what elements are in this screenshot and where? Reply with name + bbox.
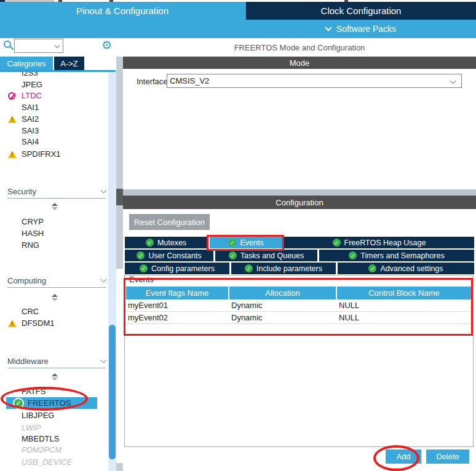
panel-scrollbar-track[interactable] bbox=[116, 57, 123, 269]
panel-scrollbar-thumb[interactable] bbox=[116, 189, 123, 205]
sidebar-item-i2s3[interactable]: I2S3 bbox=[0, 72, 108, 79]
sort-toggle-icon[interactable] bbox=[52, 294, 58, 301]
chevron-down-icon bbox=[55, 43, 60, 48]
peripheral-sidebar: ⚙ Categories A->Z I2S3 JPEG LTDC SAI1 SA… bbox=[0, 38, 116, 471]
sidebar-item-fatfs[interactable]: FATFS bbox=[0, 386, 108, 397]
tab-config-parameters[interactable]: ✓ Config parameters bbox=[125, 263, 229, 274]
sidebar-item-libjpeg[interactable]: LIBJPEG bbox=[0, 410, 108, 421]
column-header[interactable]: Allocation bbox=[229, 287, 337, 299]
sidebar-search-row: ⚙ bbox=[0, 38, 116, 57]
mode-horizontal-scrollbar[interactable] bbox=[123, 189, 476, 196]
sidebar-item-usb-device[interactable]: USB_DEVICE bbox=[0, 456, 108, 468]
sidebar-item-sai4[interactable]: SAI4 bbox=[0, 136, 108, 148]
stm32cubemx-window: Pinout & Configuration Clock Configurati… bbox=[0, 0, 476, 471]
sidebar-item-spdifrx1[interactable]: SPDIFRX1 bbox=[0, 148, 108, 160]
tab-events[interactable]: ✓ Events bbox=[210, 237, 282, 248]
column-header[interactable]: Event flags Name bbox=[126, 287, 229, 299]
tab-mutexes[interactable]: ✓ Mutexes bbox=[125, 237, 207, 248]
tab-tasks-and-queues[interactable]: ✓ Tasks and Queues bbox=[215, 250, 317, 261]
delete-button[interactable]: Delete bbox=[426, 449, 469, 464]
sidebar-item-pdm2pcm[interactable]: PDM2PCM bbox=[0, 444, 108, 456]
sidebar-item-crc[interactable]: CRC bbox=[0, 306, 108, 317]
column-header[interactable]: Control Block Name bbox=[337, 287, 471, 299]
section-computing[interactable]: Computing bbox=[7, 275, 106, 288]
chevron-down-icon bbox=[101, 188, 107, 194]
chevron-down-icon bbox=[325, 24, 331, 31]
check-icon: ✓ bbox=[228, 239, 236, 247]
chevron-down-icon bbox=[450, 78, 456, 84]
check-icon: ✓ bbox=[229, 251, 237, 259]
tab-a-to-z[interactable]: A->Z bbox=[54, 57, 84, 71]
tab-freertos-heap-usage[interactable]: ✓ FreeRTOS Heap Usage bbox=[284, 237, 474, 248]
sidebar-item-dfsdm1[interactable]: DFSDM1 bbox=[0, 317, 108, 329]
sidebar-item-ltdc[interactable]: LTDC bbox=[0, 90, 108, 101]
sidebar-item-usb-host[interactable]: USB_HOST bbox=[0, 468, 108, 471]
chevron-down-icon bbox=[101, 277, 107, 283]
check-icon: ✓ bbox=[146, 239, 154, 247]
table-row[interactable]: myEvent01 Dynamic NULL bbox=[126, 299, 471, 312]
sidebar-tabs: Categories A->Z bbox=[0, 57, 116, 71]
sidebar-item-sai2[interactable]: SAI2 bbox=[0, 113, 108, 125]
window-chrome-remnant bbox=[0, 0, 476, 2]
mode-section-header: Mode bbox=[123, 57, 476, 69]
check-icon: ✓ bbox=[368, 264, 376, 272]
sidebar-item-sai3[interactable]: SAI3 bbox=[0, 125, 108, 137]
interface-select[interactable]: CMSIS_V2 bbox=[167, 74, 462, 88]
sidebar-item-lwip[interactable]: LWIP bbox=[0, 422, 108, 433]
events-table-header: Event flags Name Allocation Control Bloc… bbox=[126, 287, 471, 299]
events-table: Event flags Name Allocation Control Bloc… bbox=[126, 287, 471, 324]
search-input[interactable] bbox=[14, 39, 63, 53]
search-icon bbox=[4, 41, 11, 48]
configuration-section-header: Configuration bbox=[123, 196, 476, 209]
sidebar-item-freertos[interactable]: ✓ FREERTOS bbox=[6, 397, 97, 409]
sort-toggle-icon[interactable] bbox=[52, 373, 58, 381]
tab-pinout-configuration[interactable]: Pinout & Configuration bbox=[0, 2, 245, 20]
tab-advanced-settings[interactable]: ✓ Advanced settings bbox=[338, 263, 474, 274]
sidebar-item-hash[interactable]: HASH bbox=[0, 228, 108, 239]
table-row[interactable]: myEvent02 Dynamic NULL bbox=[126, 312, 471, 324]
sort-toggle-icon[interactable] bbox=[52, 203, 58, 210]
interface-label: Interface bbox=[137, 74, 166, 88]
tab-user-constants[interactable]: ✓ User Constants bbox=[125, 250, 213, 261]
tab-categories[interactable]: Categories bbox=[0, 57, 53, 71]
sidebar-scrollbar-thumb[interactable] bbox=[109, 325, 116, 459]
software-packs-dropdown[interactable]: Software Packs bbox=[246, 20, 476, 37]
tab-clock-configuration[interactable]: Clock Configuration bbox=[246, 1, 476, 20]
check-icon: ✓ bbox=[245, 264, 253, 272]
gear-icon[interactable]: ⚙ bbox=[101, 38, 112, 53]
section-security[interactable]: Security bbox=[7, 186, 106, 199]
tab-timers-and-semaphores[interactable]: ✓ Timers and Semaphores bbox=[319, 250, 474, 261]
reset-configuration-button[interactable]: Reset Configuration bbox=[129, 214, 210, 230]
warning-icon bbox=[8, 116, 17, 123]
add-button[interactable]: Add bbox=[386, 449, 421, 464]
sidebar-item-mbedtls[interactable]: MBEDTLS bbox=[0, 433, 108, 445]
peripheral-list: I2S3 JPEG LTDC SAI1 SAI2 SAI3 SAI4 SPDIF… bbox=[0, 72, 116, 471]
check-icon: ✓ bbox=[137, 251, 145, 259]
sidebar-item-sai1[interactable]: SAI1 bbox=[0, 101, 108, 113]
page-title: FREERTOS Mode and Configuration bbox=[123, 38, 476, 57]
chevron-down-icon bbox=[101, 357, 107, 363]
panel-scrollbar-track-bottom bbox=[116, 463, 123, 471]
check-icon: ✓ bbox=[14, 399, 23, 408]
sidebar-item-cryp[interactable]: CRYP bbox=[0, 216, 108, 228]
warning-icon bbox=[8, 320, 17, 327]
sidebar-item-rng[interactable]: RNG bbox=[0, 239, 108, 251]
check-icon: ✓ bbox=[333, 239, 341, 247]
sidebar-item-jpeg[interactable]: JPEG bbox=[0, 79, 108, 90]
tab-include-parameters[interactable]: ✓ Include parameters bbox=[231, 263, 336, 274]
warning-icon bbox=[8, 151, 17, 158]
top-navigation-bar: Pinout & Configuration Clock Configurati… bbox=[0, 0, 476, 38]
events-group-label: Events bbox=[129, 275, 154, 284]
forbidden-icon bbox=[8, 92, 15, 100]
section-middleware[interactable]: Middleware bbox=[7, 356, 106, 368]
check-icon: ✓ bbox=[140, 264, 148, 272]
check-icon: ✓ bbox=[349, 251, 357, 259]
